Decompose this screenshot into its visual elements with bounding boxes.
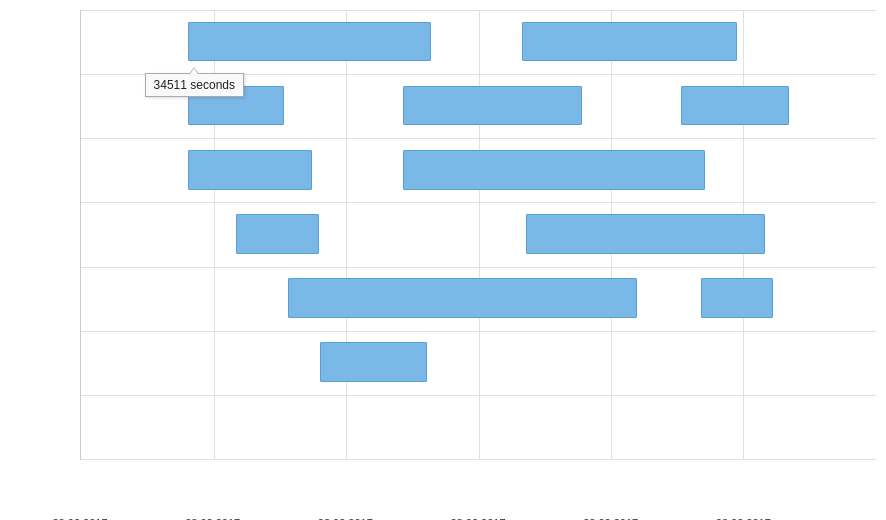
chart-bar[interactable]: [681, 86, 788, 126]
chart-area: 34511 seconds: [80, 10, 876, 460]
x-axis-label: 28.02.201708:00: [318, 515, 373, 520]
x-axis-label: 28.02.201720:00: [716, 515, 771, 520]
chart-tooltip: 34511 seconds: [145, 73, 244, 97]
chart-bar[interactable]: [320, 342, 427, 382]
x-axis-label: 28.02.201716:00: [583, 515, 638, 520]
chart-bar[interactable]: [188, 22, 430, 62]
chart-bar[interactable]: [236, 214, 319, 254]
chart-bar[interactable]: [288, 278, 638, 318]
chart-bar[interactable]: [701, 278, 773, 318]
chart-bar[interactable]: [522, 22, 737, 62]
v-grid-line: [346, 10, 347, 459]
chart-bar[interactable]: [403, 86, 582, 126]
chart-bar[interactable]: [526, 214, 765, 254]
chart-bar[interactable]: [188, 150, 311, 190]
x-axis-label: 28.02.201712:00: [450, 515, 505, 520]
chart-bar[interactable]: [403, 150, 705, 190]
x-axis-label: 28.02.201704:00: [185, 515, 240, 520]
chart-container: 34511 seconds 28.02.201700:0028.02.20170…: [0, 0, 886, 520]
v-grid-line: [479, 10, 480, 459]
x-axis-label: 28.02.201700:00: [52, 515, 107, 520]
h-grid-line: [81, 459, 876, 460]
